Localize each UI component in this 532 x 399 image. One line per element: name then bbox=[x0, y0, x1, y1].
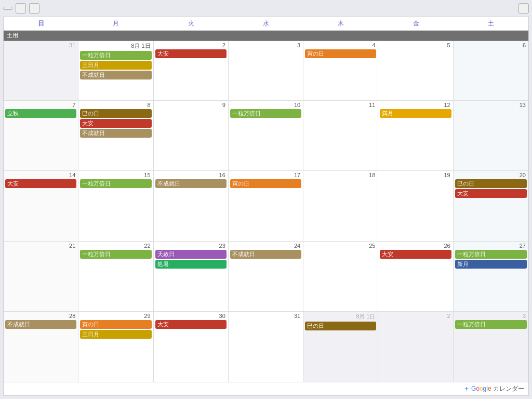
toolbar bbox=[3, 3, 529, 14]
days-row-0: 318月 1日一粒万倍日三日月不成就日2大安34寅の日56 bbox=[4, 41, 528, 101]
days-row-1: 7立秋8巳の日大安不成就日910一粒万倍日1112満月13 bbox=[4, 101, 528, 171]
day-cell[interactable]: 6 bbox=[454, 41, 528, 100]
event-bar[interactable]: 巳の日 bbox=[305, 322, 376, 330]
day-number: 7 bbox=[5, 102, 76, 108]
day-number: 11 bbox=[305, 102, 376, 108]
event-bar[interactable]: 三日月 bbox=[80, 61, 151, 70]
event-bar[interactable]: 天赦日 bbox=[155, 250, 227, 259]
event-bar[interactable]: 一粒万倍日 bbox=[455, 320, 527, 329]
day-cell[interactable]: 13 bbox=[454, 101, 528, 170]
view-button[interactable] bbox=[518, 3, 529, 14]
event-bar[interactable]: 不成就日 bbox=[80, 129, 151, 138]
day-cell[interactable]: 31 bbox=[4, 41, 78, 100]
day-cell[interactable]: 7立秋 bbox=[4, 101, 78, 170]
event-bar[interactable]: 大安 bbox=[380, 250, 451, 259]
day-cell[interactable]: 27一粒万倍日新月 bbox=[454, 242, 528, 311]
event-bar[interactable]: 大安 bbox=[155, 320, 227, 329]
today-button[interactable] bbox=[3, 7, 12, 10]
day-number: 31 bbox=[230, 313, 301, 319]
event-bar[interactable]: 不成就日 bbox=[80, 71, 151, 79]
event-bar[interactable]: 立秋 bbox=[5, 109, 76, 118]
week-row-3: 2122一粒万倍日23天赦日処暑24不成就日2526大安27一粒万倍日新月 bbox=[4, 242, 528, 312]
day-number: 15 bbox=[80, 172, 151, 178]
day-number: 10 bbox=[230, 102, 301, 108]
event-bar[interactable]: 不成就日 bbox=[5, 320, 76, 329]
day-number: 2 bbox=[155, 42, 227, 48]
day-cell[interactable]: 28不成就日 bbox=[4, 312, 78, 382]
event-bar[interactable]: 寅の日 bbox=[80, 320, 151, 329]
day-cell[interactable]: 8巳の日大安不成就日 bbox=[78, 101, 153, 170]
event-bar[interactable]: 不成就日 bbox=[230, 250, 301, 259]
day-cell[interactable]: 16不成就日 bbox=[154, 171, 229, 241]
day-cell[interactable]: 23天赦日処暑 bbox=[154, 242, 229, 311]
day-cell[interactable]: 30大安 bbox=[154, 312, 229, 382]
day-number: 8月 1日 bbox=[80, 42, 151, 50]
day-cell[interactable]: 22一粒万倍日 bbox=[78, 242, 153, 311]
prev-button[interactable] bbox=[16, 3, 26, 14]
day-cell[interactable]: 25 bbox=[303, 242, 378, 311]
day-number: 26 bbox=[380, 243, 451, 249]
day-cell[interactable]: 21 bbox=[4, 242, 78, 311]
day-cell[interactable]: 24不成就日 bbox=[229, 242, 303, 311]
day-number: 30 bbox=[155, 313, 227, 319]
event-bar[interactable]: 大安 bbox=[80, 119, 151, 128]
day-number: 18 bbox=[305, 172, 376, 178]
day-cell[interactable]: 4寅の日 bbox=[303, 41, 378, 100]
day-number: 9 bbox=[155, 102, 227, 108]
day-cell[interactable]: 3一粒万倍日 bbox=[454, 312, 528, 382]
day-cell[interactable]: 14大安 bbox=[4, 171, 78, 241]
event-bar[interactable]: 寅の日 bbox=[305, 49, 376, 58]
event-bar[interactable]: 巳の日 bbox=[80, 109, 151, 118]
day-cell[interactable]: 26大安 bbox=[378, 242, 453, 311]
event-bar[interactable]: 新月 bbox=[455, 260, 527, 269]
day-cell[interactable]: 19 bbox=[378, 171, 453, 241]
day-number: 5 bbox=[380, 42, 451, 48]
allday-strip: 土用 bbox=[4, 31, 528, 41]
day-number: 25 bbox=[305, 243, 376, 249]
day-cell[interactable]: 8月 1日一粒万倍日三日月不成就日 bbox=[78, 41, 153, 100]
event-bar[interactable]: 満月 bbox=[380, 109, 451, 118]
event-bar[interactable]: 大安 bbox=[5, 179, 76, 188]
event-bar[interactable]: 処暑 bbox=[155, 260, 227, 269]
day-number: 8 bbox=[80, 102, 151, 108]
day-number: 13 bbox=[455, 102, 527, 108]
event-bar[interactable]: 寅の日 bbox=[230, 179, 301, 188]
google-calendar-footer[interactable]: ＋ Google カレンダー bbox=[4, 382, 528, 395]
day-cell[interactable]: 3 bbox=[229, 41, 303, 100]
day-number: 4 bbox=[305, 42, 376, 48]
day-cell[interactable]: 18 bbox=[303, 171, 378, 241]
day-number: 14 bbox=[5, 172, 76, 178]
day-cell[interactable]: 9 bbox=[154, 101, 229, 170]
next-button[interactable] bbox=[29, 3, 39, 14]
day-cell[interactable]: 2大安 bbox=[154, 41, 229, 100]
day-cell[interactable]: 10一粒万倍日 bbox=[229, 101, 303, 170]
weekday-sunday: 日 bbox=[4, 17, 78, 30]
day-cell[interactable]: 11 bbox=[303, 101, 378, 170]
day-number: 2 bbox=[380, 313, 451, 319]
day-cell[interactable]: 12満月 bbox=[378, 101, 453, 170]
day-cell[interactable]: 17寅の日 bbox=[229, 171, 303, 241]
event-bar[interactable]: 一粒万倍日 bbox=[80, 250, 151, 259]
event-bar[interactable]: 一粒万倍日 bbox=[80, 51, 151, 60]
calendar-grid: 日 月 火 水 木 金 土 土用318月 1日一粒万倍日三日月不成就日2大安34… bbox=[3, 17, 529, 396]
event-bar[interactable]: 一粒万倍日 bbox=[230, 109, 301, 118]
days-row-3: 2122一粒万倍日23天赦日処暑24不成就日2526大安27一粒万倍日新月 bbox=[4, 242, 528, 312]
day-cell[interactable]: 2 bbox=[378, 312, 453, 382]
day-cell[interactable]: 29寅の日三日月 bbox=[78, 312, 153, 382]
day-cell[interactable]: 31 bbox=[229, 312, 303, 382]
day-cell[interactable]: 5 bbox=[378, 41, 453, 100]
event-bar[interactable]: 巳の日 bbox=[455, 179, 527, 188]
day-number: 17 bbox=[230, 172, 301, 178]
event-bar[interactable]: 不成就日 bbox=[155, 179, 227, 188]
day-cell[interactable]: 15一粒万倍日 bbox=[78, 171, 153, 241]
day-cell[interactable]: 20巳の日大安 bbox=[454, 171, 528, 241]
event-bar[interactable]: 大安 bbox=[155, 49, 227, 58]
event-bar[interactable]: 一粒万倍日 bbox=[455, 250, 527, 259]
day-cell[interactable]: 9月 1日巳の日 bbox=[303, 312, 378, 382]
week-row-4: 28不成就日29寅の日三日月30大安319月 1日巳の日23一粒万倍日 bbox=[4, 312, 528, 382]
event-bar[interactable]: 一粒万倍日 bbox=[80, 179, 151, 188]
google-label: Google bbox=[471, 385, 493, 392]
day-number: 3 bbox=[230, 42, 301, 48]
event-bar[interactable]: 大安 bbox=[455, 189, 527, 198]
event-bar[interactable]: 三日月 bbox=[80, 330, 151, 339]
